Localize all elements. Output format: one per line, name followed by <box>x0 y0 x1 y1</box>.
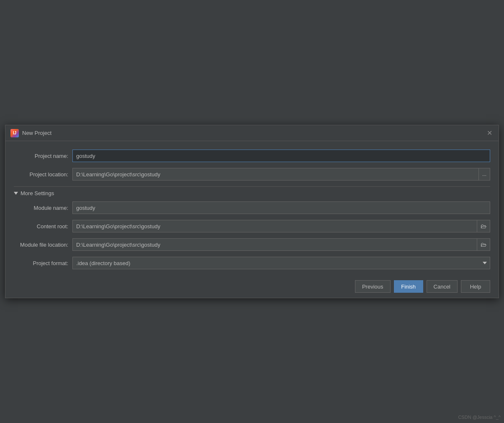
project-location-input[interactable] <box>72 168 478 181</box>
module-name-label: Module name: <box>14 205 72 211</box>
module-file-location-row: Module file location: 🗁 <box>14 238 490 251</box>
project-location-input-group: ... <box>72 168 490 181</box>
module-name-row: Module name: <box>14 201 490 214</box>
dialog-title: New Project <box>22 130 51 136</box>
close-button[interactable]: ✕ <box>485 129 494 137</box>
module-name-input[interactable] <box>72 201 490 214</box>
content-root-input[interactable] <box>72 220 477 232</box>
new-project-dialog: IJ New Project ✕ Project name: Project l… <box>5 125 499 298</box>
finish-button[interactable]: Finish <box>394 280 423 293</box>
content-root-row: Content root: 🗁 <box>14 220 490 232</box>
content-root-browse-button[interactable]: 🗁 <box>477 220 490 232</box>
project-format-row: Project format: .idea (directory based) <box>14 257 490 269</box>
project-name-input[interactable] <box>72 150 490 162</box>
project-format-select[interactable]: .idea (directory based) <box>72 257 490 269</box>
more-settings-toggle[interactable]: More Settings <box>14 190 490 196</box>
title-bar-left: IJ New Project <box>10 129 51 137</box>
content-root-label: Content root: <box>14 223 72 230</box>
project-format-label: Project format: <box>14 260 72 266</box>
cancel-button[interactable]: Cancel <box>427 280 458 293</box>
project-name-label: Project name: <box>14 153 72 159</box>
module-file-location-browse-button[interactable]: 🗁 <box>477 238 490 251</box>
dialog-body: Project name: Project location: ... More… <box>5 141 499 275</box>
content-root-input-group: 🗁 <box>72 220 490 232</box>
more-settings-fields: Module name: Content root: 🗁 Module f <box>14 201 490 269</box>
watermark: CSDN @Jesscia ^_^ <box>458 415 501 420</box>
project-location-row: Project location: ... <box>14 168 490 181</box>
module-file-location-label: Module file location: <box>14 242 72 248</box>
more-settings-section: More Settings Module name: Content root:… <box>14 186 490 275</box>
project-format-dropdown-container: .idea (directory based) <box>72 257 490 269</box>
module-file-location-input[interactable] <box>72 238 477 251</box>
previous-button[interactable]: Previous <box>355 280 391 293</box>
project-location-label: Project location: <box>14 171 72 178</box>
app-icon: IJ <box>10 129 19 137</box>
project-name-row: Project name: <box>14 150 490 162</box>
collapse-triangle-icon <box>14 192 18 195</box>
module-file-location-input-group: 🗁 <box>72 238 490 251</box>
project-location-browse-button[interactable]: ... <box>478 168 490 181</box>
more-settings-label: More Settings <box>21 190 54 196</box>
help-button[interactable]: Help <box>461 280 490 293</box>
title-bar: IJ New Project ✕ <box>5 125 499 141</box>
dialog-footer: Previous Finish Cancel Help <box>5 275 499 298</box>
